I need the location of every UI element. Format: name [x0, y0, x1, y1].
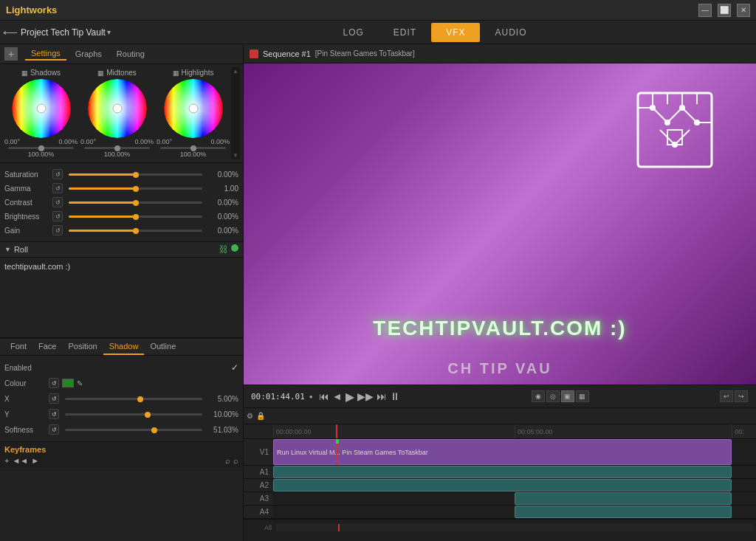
- brightness-track[interactable]: [69, 216, 202, 218]
- track-a1-content[interactable]: [273, 466, 756, 478]
- highlights-slider[interactable]: [160, 147, 226, 149]
- play-button[interactable]: ▶: [346, 390, 354, 404]
- scroll-down-arrow[interactable]: ▼: [233, 152, 238, 159]
- roll-collapse-icon[interactable]: ▼: [4, 246, 11, 253]
- track-v1-clip[interactable]: Run Linux Virtual M... Pin Steam Games T…: [273, 439, 732, 465]
- step-back-button[interactable]: ◄: [332, 390, 343, 402]
- track-a2-label: A2: [244, 479, 273, 492]
- slider-gamma: Gamma ↺ 1.00: [4, 182, 238, 194]
- skip-to-start-button[interactable]: ⏮: [319, 390, 329, 402]
- roll-link-icon[interactable]: ⛓: [219, 244, 228, 255]
- font-tab-shadow[interactable]: Shadow: [103, 339, 145, 355]
- midtones-slider[interactable]: [84, 147, 150, 149]
- tab-edit[interactable]: EDIT: [379, 23, 431, 42]
- subtab-routing[interactable]: Routing: [111, 48, 151, 60]
- shadows-wheel[interactable]: [12, 79, 71, 138]
- audio-toggle-button[interactable]: ◉: [532, 390, 545, 402]
- slider-brightness: Brightness ↺ 0.00%: [4, 210, 238, 222]
- timeline-lock-icon[interactable]: 🔒: [256, 412, 265, 420]
- gain-track[interactable]: [69, 230, 202, 232]
- close-button[interactable]: ✕: [737, 4, 750, 17]
- timecode-dot: ●: [309, 393, 313, 400]
- ruler-mark-end: 00:: [732, 424, 744, 438]
- full-screen-button[interactable]: ◎: [546, 390, 560, 402]
- track-a3-clip[interactable]: [515, 492, 732, 505]
- add-button[interactable]: +: [4, 47, 18, 61]
- grid-button[interactable]: ▣: [561, 390, 574, 402]
- playhead[interactable]: [336, 424, 337, 438]
- overlay-button[interactable]: ▦: [576, 390, 589, 402]
- keyframe-zoom-out-icon[interactable]: ⌕: [233, 456, 238, 465]
- sequence-bar: Sequence #1 [Pin Steam Games ToTaskbar]: [244, 44, 756, 63]
- keyframe-play-button[interactable]: ►: [31, 456, 39, 465]
- track-a4-content[interactable]: [273, 506, 756, 518]
- track-v1-content[interactable]: Run Linux Virtual M... Pin Steam Games T…: [273, 439, 756, 465]
- pause-button[interactable]: ⏸: [390, 390, 400, 402]
- tab-log[interactable]: LOG: [328, 23, 378, 42]
- shadow-x-row: X ↺ 5.00%: [4, 392, 238, 405]
- font-tab-outline[interactable]: Outline: [144, 339, 182, 355]
- track-a3-content[interactable]: [273, 492, 756, 505]
- shadow-colour-swatch[interactable]: [62, 379, 74, 387]
- font-tab-font[interactable]: Font: [4, 339, 32, 355]
- brightness-reset-icon[interactable]: ↺: [52, 211, 63, 221]
- subtab-graphs[interactable]: Graphs: [69, 48, 108, 60]
- midtones-wheel[interactable]: [88, 79, 147, 138]
- video-preview[interactable]: TECHTIPVAULT.COM :) CH TIP VAU: [244, 63, 756, 385]
- shadow-colour-edit-icon[interactable]: ✎: [77, 379, 83, 387]
- skip-to-end-button[interactable]: ⏭: [377, 390, 387, 402]
- track-a1-label: A1: [244, 466, 273, 478]
- track-a4-clip[interactable]: [515, 506, 732, 518]
- shadow-enabled-check[interactable]: ✓: [231, 362, 238, 373]
- keyframe-add-button[interactable]: +: [4, 456, 9, 465]
- track-a1-clip[interactable]: [273, 466, 732, 478]
- tab-audio[interactable]: AUDIO: [480, 23, 541, 42]
- font-tabs: Font Face Position Shadow Outline: [0, 338, 243, 356]
- subtab-settings[interactable]: Settings: [25, 47, 66, 61]
- track-a2-clip[interactable]: [273, 479, 732, 492]
- shadow-y-track[interactable]: [65, 413, 202, 416]
- gamma-track[interactable]: [69, 187, 202, 190]
- project-back-button[interactable]: ⟵: [3, 27, 18, 38]
- scroll-bar[interactable]: ▲ ▼: [231, 67, 240, 159]
- keyframe-prev-button[interactable]: ◄◄: [12, 456, 28, 465]
- scroll-up-arrow[interactable]: ▲: [233, 68, 238, 75]
- timeline-all-row[interactable]: [276, 524, 753, 531]
- wheel-midtones-header: ▦ Midtones: [97, 69, 137, 77]
- tab-vfx[interactable]: VFX: [431, 23, 480, 42]
- gamma-reset-icon[interactable]: ↺: [52, 183, 63, 193]
- track-a2-content[interactable]: [273, 479, 756, 492]
- track-v1-label: V1: [244, 439, 273, 465]
- gain-reset-icon[interactable]: ↺: [52, 225, 63, 235]
- maximize-button[interactable]: ⬜: [718, 4, 731, 17]
- wheel-highlights-header: ▦ Highlights: [173, 69, 214, 77]
- shadow-y-value: 10.00%: [205, 410, 238, 418]
- shadows-slider[interactable]: [8, 147, 74, 149]
- midtones-icon: ▦: [97, 69, 104, 77]
- timeline: ⚙ 🔒 00:00:00.00 00:05:00.00 00: V1: [244, 408, 756, 541]
- minimize-button[interactable]: —: [698, 4, 712, 17]
- saturation-track[interactable]: [69, 173, 202, 176]
- contrast-track[interactable]: [69, 201, 202, 204]
- shadow-softness-reset-icon[interactable]: ↺: [49, 424, 59, 435]
- shadow-softness-track[interactable]: [65, 429, 202, 431]
- highlights-wheel[interactable]: [164, 79, 223, 138]
- project-dropdown-arrow[interactable]: ▾: [107, 28, 111, 36]
- shadow-y-reset-icon[interactable]: ↺: [49, 409, 59, 419]
- return-in-button[interactable]: ↩: [720, 390, 733, 402]
- roll-content[interactable]: techtipvault.com :): [0, 258, 243, 302]
- shadow-x-reset-icon[interactable]: ↺: [49, 393, 59, 404]
- shadow-colour-reset-icon[interactable]: ↺: [49, 378, 59, 388]
- fast-forward-button[interactable]: ▶▶: [357, 390, 374, 402]
- shadow-x-track[interactable]: [65, 398, 202, 400]
- timeline-settings-icon[interactable]: ⚙: [247, 412, 253, 420]
- return-out-button[interactable]: ↪: [735, 390, 748, 402]
- font-tab-face[interactable]: Face: [32, 339, 62, 355]
- saturation-reset-icon[interactable]: ↺: [52, 169, 63, 179]
- font-tab-position[interactable]: Position: [62, 339, 103, 355]
- keyframe-zoom-in-icon[interactable]: ⌕: [225, 456, 230, 465]
- timeline-ruler: 00:00:00.00 00:05:00.00 00:: [273, 424, 756, 438]
- contrast-reset-icon[interactable]: ↺: [52, 197, 63, 207]
- track-a4: A4: [244, 506, 756, 519]
- project-title: Project Tech Tip Vault: [21, 27, 106, 38]
